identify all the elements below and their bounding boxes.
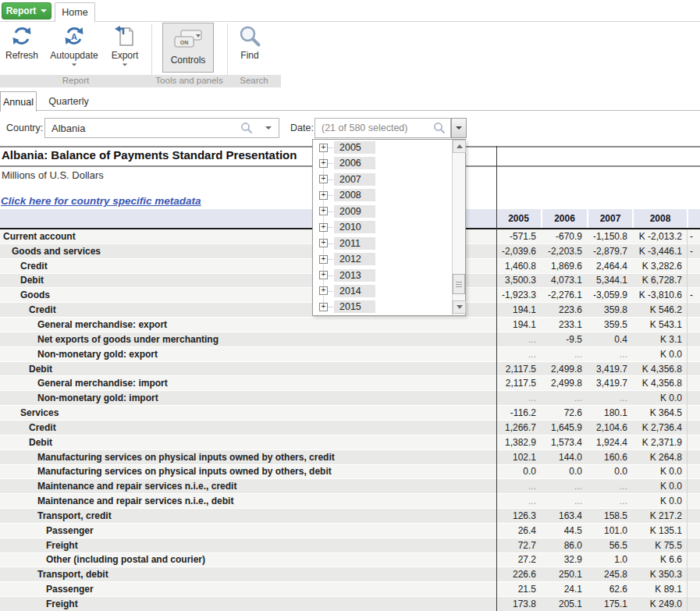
- year-item[interactable]: +2011: [313, 236, 452, 251]
- table-row[interactable]: Maintenance and repair services n.i.e., …: [0, 494, 700, 509]
- metadata-link[interactable]: Click here for country specific metadata: [1, 195, 201, 207]
- ribbon-tab-home[interactable]: Home: [55, 2, 95, 22]
- table-row[interactable]: Passenger21.524.162.6K 89.1: [0, 582, 700, 597]
- expand-plus-icon[interactable]: +: [319, 223, 328, 232]
- year-item-label[interactable]: 2006: [334, 157, 375, 169]
- scrollbar[interactable]: [452, 140, 465, 315]
- value-cell: -2,276.1: [541, 288, 587, 302]
- scrollbar-thumb[interactable]: [453, 274, 465, 294]
- value-cell: -116.2: [496, 406, 541, 420]
- value-cell: K 75.5: [632, 538, 687, 552]
- column-header-2005[interactable]: 2005: [496, 209, 541, 228]
- year-item[interactable]: +2007: [313, 172, 452, 187]
- tab-annual-label: Annual: [3, 97, 34, 108]
- value-cell: 1,924.4: [587, 435, 632, 449]
- value-cell: K 89.1: [632, 582, 687, 596]
- value-cell: -9.5: [541, 332, 587, 346]
- date-dropdown-button[interactable]: [451, 118, 467, 138]
- expand-plus-icon[interactable]: +: [319, 191, 328, 200]
- year-item[interactable]: +2015: [313, 299, 452, 314]
- scroll-up-button[interactable]: [453, 140, 466, 153]
- expand-plus-icon[interactable]: +: [319, 255, 328, 264]
- value-cell: 175.1: [587, 597, 632, 611]
- expand-plus-icon[interactable]: +: [319, 271, 328, 279]
- table-row[interactable]: Manufacturing services on physical input…: [0, 450, 700, 465]
- scroll-down-button[interactable]: [453, 300, 466, 314]
- table-row[interactable]: Freight72.786.056.5K 75.5: [0, 538, 700, 553]
- value-cell: [687, 450, 700, 464]
- table-row[interactable]: Transport, credit126.3163.4158.5K 217.2: [0, 509, 700, 524]
- value-cell: -3,059.9: [587, 288, 632, 302]
- table-row[interactable]: Other (including postal and courier)27.2…: [0, 553, 700, 568]
- year-item[interactable]: +2010: [313, 219, 452, 235]
- report-menu-button[interactable]: Report: [2, 2, 52, 20]
- year-item-label[interactable]: 2009: [334, 205, 375, 218]
- year-item-label[interactable]: 2015: [334, 300, 375, 313]
- value-cell: ...: [541, 479, 587, 493]
- year-item-label[interactable]: 2011: [334, 237, 375, 250]
- expand-plus-icon[interactable]: +: [319, 286, 328, 295]
- expand-plus-icon[interactable]: +: [319, 207, 328, 215]
- value-cell: -: [687, 244, 700, 258]
- search-icon: [433, 122, 446, 134]
- year-item[interactable]: +2009: [313, 204, 452, 219]
- year-item-label[interactable]: 2012: [334, 253, 375, 265]
- country-combobox[interactable]: Albania: [44, 118, 279, 138]
- table-row[interactable]: Transport, debit226.6250.1245.8K 350.3: [0, 567, 700, 582]
- refresh-label: Refresh: [5, 50, 38, 61]
- expand-plus-icon[interactable]: +: [319, 175, 328, 183]
- year-item[interactable]: +2013: [313, 268, 452, 283]
- chevron-down-icon[interactable]: [265, 126, 272, 130]
- table-row[interactable]: Debit1,382.91,573.41,924.4K 2,371.9: [0, 435, 700, 450]
- refresh-button[interactable]: Refresh: [3, 24, 41, 61]
- find-button[interactable]: Find: [231, 24, 268, 61]
- value-cell: K 364.5: [632, 406, 687, 420]
- value-cell: 163.4: [541, 509, 587, 523]
- expand-plus-icon[interactable]: +: [319, 239, 328, 247]
- year-item-label[interactable]: 2013: [334, 269, 375, 282]
- column-header-2007[interactable]: 2007: [587, 209, 632, 228]
- table-row[interactable]: General merchandise: import2,117.52,499.…: [0, 376, 700, 391]
- value-cell: K 0.0: [632, 494, 687, 508]
- year-item-label[interactable]: 2007: [334, 173, 375, 186]
- year-item-label[interactable]: 2005: [334, 141, 375, 154]
- column-header-2008[interactable]: 2008: [632, 209, 687, 228]
- tab-quarterly[interactable]: Quarterly: [44, 91, 93, 111]
- year-item[interactable]: +2014: [313, 283, 452, 299]
- year-item[interactable]: +2006: [313, 155, 452, 171]
- row-label: Maintenance and repair services n.i.e., …: [0, 479, 492, 493]
- expand-plus-icon[interactable]: +: [319, 144, 328, 152]
- export-button[interactable]: Export: [106, 24, 144, 66]
- value-cell: 173.8: [496, 597, 541, 611]
- autoupdate-button[interactable]: A Autoupdate: [45, 24, 103, 66]
- row-label: Manufacturing services on physical input…: [0, 465, 492, 479]
- year-item-label[interactable]: 2014: [334, 285, 375, 297]
- year-item-label[interactable]: 2008: [334, 189, 375, 201]
- table-row[interactable]: Manufacturing services on physical input…: [0, 465, 700, 480]
- date-combobox[interactable]: (21 of 580 selected): [314, 118, 451, 138]
- table-row[interactable]: Freight173.8205.1175.1K 249.0: [0, 597, 700, 611]
- table-row[interactable]: Net exports of goods under merchanting..…: [0, 332, 700, 347]
- expand-plus-icon[interactable]: +: [319, 159, 328, 168]
- table-row[interactable]: General merchandise: export194.1233.1359…: [0, 318, 700, 332]
- value-cell: 359.5: [587, 318, 632, 332]
- year-item[interactable]: +2008: [313, 187, 452, 203]
- group-label-report: Report: [0, 76, 151, 85]
- year-item-label[interactable]: 2010: [334, 221, 375, 233]
- controls-button[interactable]: ON Controls: [162, 23, 214, 73]
- table-row[interactable]: Debit2,117.52,499.83,419.7K 4,356.8: [0, 362, 700, 377]
- table-row[interactable]: Non-monetary gold: import.........K 0.0: [0, 391, 700, 406]
- table-row[interactable]: Services-116.272.6180.1K 364.5: [0, 406, 700, 421]
- row-label: Credit: [0, 421, 492, 435]
- tab-annual[interactable]: Annual: [0, 91, 37, 112]
- table-row[interactable]: Credit1,266.71,645.92,104.6K 2,736.4: [0, 421, 700, 435]
- column-header-2006[interactable]: 2006: [541, 209, 587, 228]
- value-cell: 102.1: [496, 450, 541, 464]
- table-row[interactable]: Passenger26.444.5101.0K 135.1: [0, 524, 700, 538]
- year-item[interactable]: +2012: [313, 251, 452, 267]
- expand-plus-icon[interactable]: +: [319, 303, 328, 311]
- table-row[interactable]: Maintenance and repair services n.i.e., …: [0, 479, 700, 494]
- year-item[interactable]: +2005: [313, 140, 452, 155]
- table-row[interactable]: Non-monetary gold: export.........K 0.0: [0, 347, 700, 362]
- value-cell: ...: [496, 347, 541, 361]
